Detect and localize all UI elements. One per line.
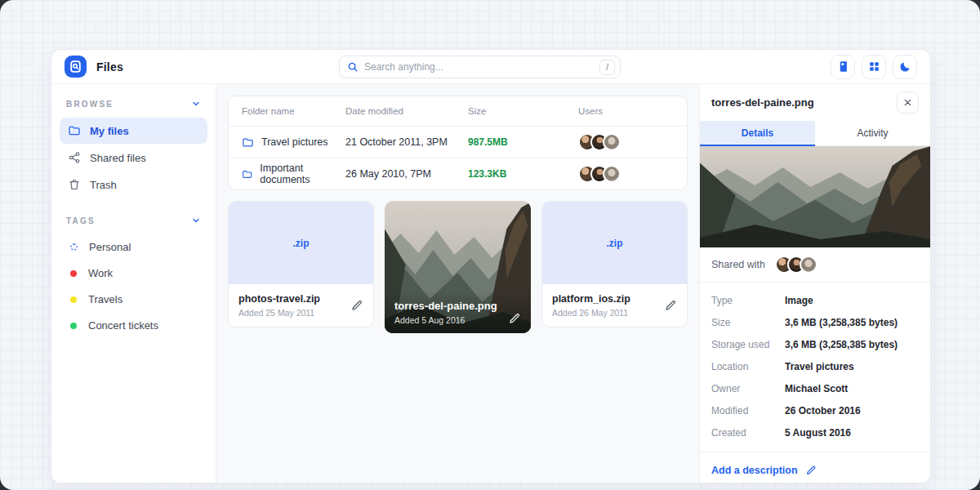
tags-section: TAGS Personal Work xyxy=(60,214,207,338)
meta-label: Created xyxy=(711,427,785,439)
edit-pencil-icon[interactable] xyxy=(508,312,521,325)
file-card-footer: torres-del-paine.png Added 5 Aug 2016 xyxy=(385,292,531,333)
details-panel-header: torres-del-paine.png xyxy=(700,84,930,121)
meta-value: Michael Scott xyxy=(785,383,848,394)
share-icon xyxy=(68,151,81,164)
desktop-background: Files / xyxy=(0,0,980,490)
grid-icon xyxy=(868,60,880,73)
file-preview-image xyxy=(700,146,930,247)
tag-dot-red xyxy=(70,270,77,277)
table-row-travel-pictures[interactable]: Travel pictures 21 October 2011, 3PM 987… xyxy=(229,126,687,158)
close-icon xyxy=(903,98,912,107)
shared-with-row: Shared with xyxy=(700,247,930,283)
file-name: torres-del-paine.png xyxy=(394,300,497,312)
zip-preview: .zip xyxy=(229,202,373,284)
file-card-torres-del-paine[interactable]: torres-del-paine.png Added 5 Aug 2016 xyxy=(385,201,531,333)
meta-value: Travel pictures xyxy=(785,361,854,372)
selected-file-title: torres-del-paine.png xyxy=(711,96,814,109)
table-header-row: Folder name Date modified Size Users xyxy=(229,96,687,126)
tag-label: Personal xyxy=(89,241,131,253)
meta-value: 3,6 MB (3,258,385 bytes) xyxy=(785,317,898,328)
header-actions xyxy=(831,55,917,79)
trash-icon xyxy=(68,178,81,191)
meta-row-modified: Modified 26 October 2016 xyxy=(711,399,919,421)
folder-icon xyxy=(242,136,254,149)
file-added-date: Added 25 May 2011 xyxy=(238,308,320,318)
sidebar-item-my-files[interactable]: My files xyxy=(60,118,207,144)
meta-label: Location xyxy=(711,361,785,372)
details-panel: torres-del-paine.png Details Activity xyxy=(699,84,930,483)
app-header: Files / xyxy=(51,50,930,84)
moon-icon xyxy=(899,60,911,73)
users-avatars xyxy=(578,133,674,151)
sidebar-item-shared-files[interactable]: Shared files xyxy=(60,145,207,171)
shared-with-avatars[interactable] xyxy=(775,256,817,274)
meta-value: 3,6 MB (3,258,385 bytes) xyxy=(785,339,898,350)
browse-section-title: BROWSE xyxy=(66,100,114,109)
meta-label: Storage used xyxy=(711,339,785,350)
tab-details[interactable]: Details xyxy=(700,121,815,146)
sidebar-item-label: My files xyxy=(90,125,129,137)
grid-view-button[interactable] xyxy=(862,55,886,79)
dark-mode-toggle[interactable] xyxy=(893,55,917,79)
edit-pencil-icon[interactable] xyxy=(350,299,363,312)
file-added-date: Added 5 Aug 2016 xyxy=(394,315,497,325)
sidebar-item-label: Shared files xyxy=(90,152,146,164)
folder-icon xyxy=(68,124,81,137)
sidebar-item-trash[interactable]: Trash xyxy=(60,172,207,198)
chevron-down-icon[interactable] xyxy=(191,216,201,225)
meta-label: Type xyxy=(711,295,785,306)
page-title: Files xyxy=(96,60,123,74)
folders-table: Folder name Date modified Size Users Tra… xyxy=(228,96,688,190)
meta-value: 5 August 2016 xyxy=(785,427,851,439)
sidebar-tag-travels[interactable]: Travels xyxy=(60,287,207,312)
meta-row-owner: Owner Michael Scott xyxy=(711,377,919,399)
folder-icon xyxy=(242,168,252,180)
meta-row-created: Created 5 August 2016 xyxy=(711,421,919,443)
meta-value: 26 October 2016 xyxy=(785,405,861,416)
tab-activity[interactable]: Activity xyxy=(815,121,930,146)
file-card-photos-travel-zip[interactable]: .zip photos-travel.zip Added 25 May 2011 xyxy=(228,201,374,327)
users-avatars xyxy=(578,165,674,183)
close-panel-button[interactable] xyxy=(897,91,919,114)
file-name: platform_ios.zip xyxy=(552,293,630,305)
file-name: photos-travel.zip xyxy=(238,293,320,305)
file-cards-grid: .zip photos-travel.zip Added 25 May 2011 xyxy=(228,201,688,333)
tags-section-title: TAGS xyxy=(66,216,96,225)
chevron-down-icon[interactable] xyxy=(191,99,201,109)
folder-name: Travel pictures xyxy=(261,136,328,148)
tag-label: Concert tickets xyxy=(88,319,158,332)
meta-value: Image xyxy=(785,295,813,306)
add-description-button[interactable]: Add a description xyxy=(700,452,930,483)
meta-label: Size xyxy=(711,317,785,328)
column-header-size: Size xyxy=(468,106,578,116)
date-modified: 26 May 2010, 7PM xyxy=(345,168,468,180)
search-input[interactable] xyxy=(364,61,599,73)
avatar xyxy=(603,165,621,183)
zip-preview: .zip xyxy=(542,202,687,284)
table-row-important-documents[interactable]: Important documents 26 May 2010, 7PM 123… xyxy=(229,158,687,189)
sidebar-tag-concert-tickets[interactable]: Concert tickets xyxy=(60,313,207,338)
file-added-date: Added 26 May 2011 xyxy=(552,308,630,318)
column-header-date-modified: Date modified xyxy=(345,106,468,116)
shared-with-label: Shared with xyxy=(711,259,765,270)
tags-section-header: TAGS xyxy=(60,214,207,234)
folder-name: Important documents xyxy=(260,163,345,185)
folder-size: 123.3KB xyxy=(468,168,578,180)
sidebar-tag-work[interactable]: Work xyxy=(60,261,207,286)
meta-row-location: Location Travel pictures xyxy=(711,355,919,377)
app-logo[interactable] xyxy=(65,56,87,78)
notebook-button[interactable] xyxy=(831,55,855,79)
avatar xyxy=(603,133,621,151)
sidebar-tag-personal[interactable]: Personal xyxy=(60,234,207,260)
edit-pencil-icon[interactable] xyxy=(664,299,677,312)
column-header-folder-name: Folder name xyxy=(242,106,345,116)
avatar xyxy=(800,256,817,274)
add-description-label: Add a description xyxy=(711,465,798,476)
file-card-platform-ios-zip[interactable]: .zip platform_ios.zip Added 26 May 2011 xyxy=(541,201,688,327)
date-modified: 21 October 2011, 3PM xyxy=(345,136,468,148)
tag-dot-yellow xyxy=(70,296,77,303)
tag-label: Work xyxy=(88,267,113,279)
column-header-users: Users xyxy=(578,106,674,116)
search-bar[interactable]: / xyxy=(339,56,621,78)
